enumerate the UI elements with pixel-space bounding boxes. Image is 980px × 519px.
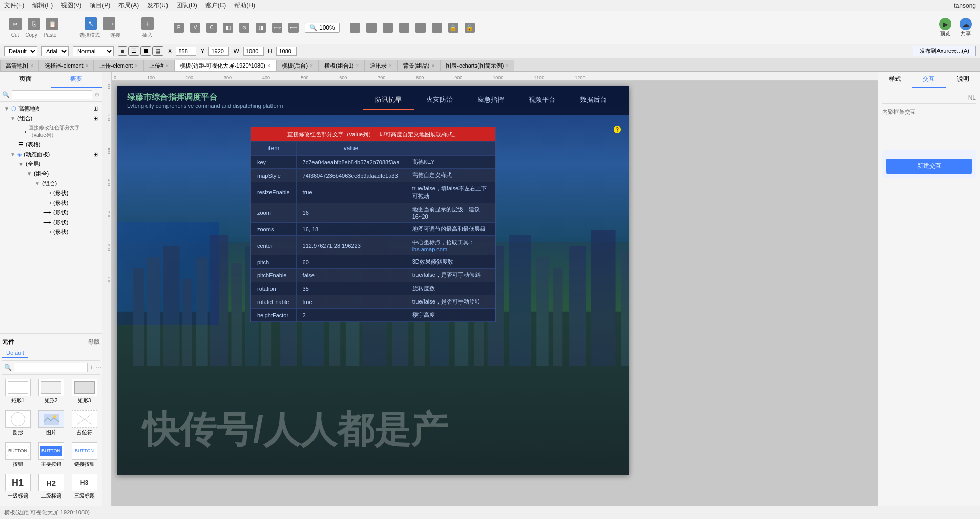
preview-button[interactable]: ▶ 预览	[939, 18, 951, 37]
tool-extra4[interactable]	[397, 21, 411, 34]
tab-upload-elem-close[interactable]: ×	[135, 63, 138, 69]
tab-horizontal-main[interactable]: 横板(边距-可视化大屏-1920*1080) ×	[174, 60, 276, 71]
nav-fire[interactable]: 火灾防治	[414, 91, 465, 110]
tool-lock2[interactable]: 🔓	[463, 21, 477, 34]
toggle-dynamic[interactable]: ⊞	[93, 151, 98, 158]
tool-distribute-h[interactable]: ⟺	[270, 21, 284, 34]
style-select[interactable]: Default	[4, 46, 37, 56]
sidebar-tab-pages[interactable]: 页面	[0, 72, 51, 88]
tab-selector-close[interactable]: ×	[86, 63, 89, 69]
tree-item-shape3[interactable]: ⟶ (形状)	[2, 208, 100, 218]
design-frame[interactable]: 绿藤市综合指挥调度平台 Lvteng city comprehensive co…	[117, 86, 629, 475]
tab-charts[interactable]: 图表-echarts(图简示例) ×	[440, 60, 514, 71]
toggle-group1[interactable]: ⊞	[93, 115, 98, 122]
tab-bg-close[interactable]: ×	[431, 63, 434, 69]
tool-align-right[interactable]: ◨	[254, 21, 268, 34]
align-center-btn[interactable]: ☰	[128, 46, 139, 56]
elements-search-input[interactable]	[14, 363, 88, 372]
share-button[interactable]: ☁ 共享	[960, 18, 972, 37]
comp-button[interactable]: BUTTON 按钮	[2, 440, 33, 470]
tool-distribute-v[interactable]: ⟻	[286, 21, 301, 34]
tree-item-shape5[interactable]: ⟶ (形状)	[2, 227, 100, 237]
tool-align-left[interactable]: ◧	[221, 21, 235, 34]
normal-select[interactable]: Normal	[73, 46, 114, 56]
tool-lock1[interactable]: 🔒	[446, 21, 461, 34]
tab-selector[interactable]: 选择器-element ×	[39, 60, 94, 71]
menu-help[interactable]: 帮助(H)	[234, 1, 255, 10]
right-tab-interaction[interactable]: 交互	[912, 72, 946, 88]
paste-button[interactable]: 📋	[44, 17, 60, 31]
menu-view[interactable]: 视图(V)	[61, 1, 81, 10]
tree-item-group1[interactable]: ▼ (组合) ⊞	[2, 114, 100, 123]
publish-cloud-button[interactable]: 发布到Axure云...(A)	[913, 46, 976, 56]
tab-upload[interactable]: 上传# ×	[143, 60, 174, 71]
connector-button[interactable]: ⟶	[101, 16, 117, 31]
copy-button[interactable]: ⎘	[26, 17, 42, 31]
tab-bg[interactable]: 背景(组品) ×	[398, 60, 440, 71]
h-input[interactable]	[276, 47, 297, 56]
align-left-btn[interactable]: ≡	[118, 46, 127, 56]
menu-file[interactable]: 文件(F)	[4, 1, 24, 10]
tool-align-center[interactable]: ⊙	[237, 21, 252, 34]
tab-upload-close[interactable]: ×	[165, 63, 169, 69]
nav-data[interactable]: 数据后台	[568, 91, 619, 110]
comp-rect2[interactable]: 矩形2	[35, 377, 67, 406]
tree-item-dynamic[interactable]: ▼ ◈ (动态面板) ⊞	[2, 149, 100, 159]
tree-item-shape1[interactable]: ⟶ (形状)	[2, 188, 100, 198]
help-marker[interactable]: ?	[614, 126, 621, 133]
zoom-control[interactable]: 🔍 100%	[305, 23, 340, 33]
tab-charts-close[interactable]: ×	[506, 63, 509, 69]
comp-primary-button[interactable]: BUTTON 主要按钮	[35, 440, 67, 470]
add-component-icon[interactable]: +	[90, 364, 93, 371]
comp-rect1[interactable]: 矩形1	[2, 377, 33, 406]
tab-gaode-close[interactable]: ×	[30, 63, 33, 69]
tool-view[interactable]: V	[188, 21, 202, 34]
selector-button[interactable]: ↖	[82, 16, 99, 31]
tool-extra3[interactable]	[381, 21, 395, 34]
insert-button[interactable]: +	[139, 16, 156, 31]
menu-team[interactable]: 团队(D)	[176, 1, 197, 10]
tab-horizontal-back[interactable]: 横板(后台) ×	[276, 60, 319, 71]
right-tab-notes[interactable]: 说明	[946, 72, 980, 88]
comp-link-button[interactable]: BUTTON 链接按钮	[69, 440, 100, 470]
tool-page[interactable]: P	[172, 21, 186, 34]
align-justify-btn[interactable]: ▤	[152, 46, 163, 56]
elements-tab-default[interactable]: Default	[2, 349, 28, 358]
lbs-link[interactable]: lbs.amap.com	[412, 246, 447, 252]
tree-item-shape2[interactable]: ⟶ (形状)	[2, 198, 100, 208]
tab-gaode[interactable]: 高清地图 ×	[0, 60, 39, 71]
tab-horizontal-back-close[interactable]: ×	[310, 63, 313, 69]
w-input[interactable]	[243, 47, 264, 56]
tab-upload-elem[interactable]: 上传-element ×	[94, 60, 143, 71]
comp-h1[interactable]: H1 一级标题	[2, 472, 33, 502]
align-right-btn[interactable]: ≣	[140, 46, 151, 56]
tab-horizontal-combo-close[interactable]: ×	[356, 63, 359, 69]
tree-item-text1[interactable]: ⟶ 直接修改红色部分文字（value列） ...	[2, 123, 100, 140]
tab-contacts-close[interactable]: ×	[389, 63, 392, 69]
filter-icon[interactable]: ⚙	[94, 91, 100, 98]
font-select[interactable]: Arial	[41, 46, 69, 56]
comp-placeholder[interactable]: 占位符	[69, 408, 100, 438]
nav-emergency[interactable]: 应急指挥	[465, 91, 516, 110]
x-input[interactable]	[176, 47, 196, 56]
comp-rect3[interactable]: 矩形3	[69, 377, 100, 406]
comp-circle[interactable]: 圆形	[2, 408, 33, 438]
tab-contacts[interactable]: 通讯录 ×	[364, 60, 398, 71]
comp-h2[interactable]: H2 二级标题	[35, 472, 67, 502]
right-tab-style[interactable]: 样式	[878, 72, 912, 88]
tree-item-group3[interactable]: ▼ (组合)	[2, 179, 100, 188]
sidebar-tab-outline[interactable]: 概要	[51, 72, 102, 88]
tool-extra6[interactable]	[430, 21, 444, 34]
sidebar-search-input[interactable]	[12, 90, 92, 99]
tool-extra2[interactable]	[364, 21, 379, 34]
menu-project[interactable]: 项目(P)	[90, 1, 110, 10]
tree-item-table[interactable]: ☰ (表格)	[2, 140, 100, 149]
y-input[interactable]	[208, 47, 229, 56]
menu-layout[interactable]: 布局(A)	[118, 1, 139, 10]
tab-horizontal-main-close[interactable]: ×	[267, 63, 270, 69]
toggle-gaode[interactable]: ⊞	[93, 105, 98, 112]
tree-item-gaode[interactable]: ▼ ⬡ 高德地图 ⊞	[2, 104, 100, 114]
tree-item-fullscreen[interactable]: ▼ (全屏)	[2, 159, 100, 169]
tree-item-shape4[interactable]: ⟶ (形状)	[2, 218, 100, 227]
tool-extra5[interactable]	[413, 21, 428, 34]
